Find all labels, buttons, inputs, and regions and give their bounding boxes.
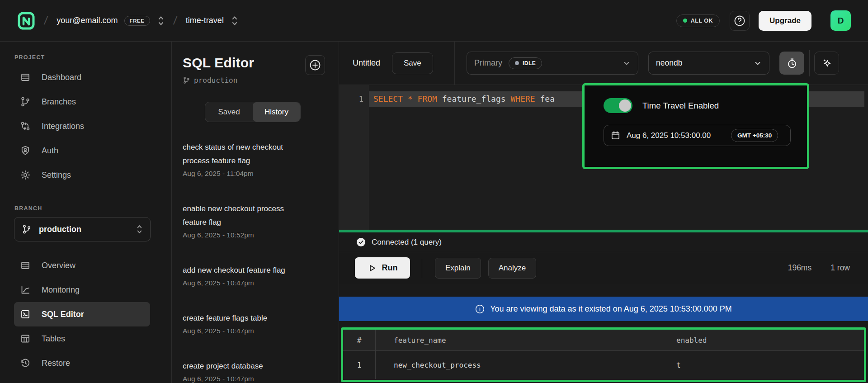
connection-status-bar: Connected (1 query): [339, 232, 868, 252]
compute-select[interactable]: Primary IDLE: [467, 52, 638, 75]
help-button[interactable]: [730, 11, 750, 31]
project-section-label: PROJECT: [0, 54, 171, 61]
timezone-badge[interactable]: GMT +05:30: [731, 129, 778, 142]
sidebar-item-label: Settings: [42, 170, 71, 180]
status-dot-icon: [683, 19, 687, 23]
time-travel-toggle-label: Time Travel Enabled: [642, 101, 719, 111]
info-icon: [475, 304, 485, 314]
column-header-feature-name: feature_name: [376, 336, 676, 345]
run-button-label: Run: [382, 263, 398, 273]
database-select[interactable]: neondb: [648, 52, 769, 75]
chevron-down-icon: [754, 59, 762, 67]
history-item-title: add new checkout feature flag: [183, 264, 302, 277]
compute-status-badge: IDLE: [509, 57, 542, 69]
time-travel-banner: You are viewing data as it existed on Au…: [339, 297, 868, 321]
sidebar-item-auth[interactable]: Auth: [0, 138, 171, 163]
history-item-title: create project database: [183, 359, 302, 373]
calendar-icon: [610, 130, 621, 141]
account-breadcrumb[interactable]: your@email.com: [57, 16, 118, 25]
top-bar: / your@email.com FREE / time-travel ALL …: [0, 0, 868, 42]
time-travel-popup: Time Travel Enabled Aug 6, 2025 10:53:00…: [582, 83, 809, 169]
history-item[interactable]: enable new checkout process feature flag…: [183, 202, 328, 241]
sql-identifier: feature_flags: [442, 94, 511, 104]
sidebar-item-label: Overview: [42, 261, 75, 270]
gear-icon: [20, 170, 31, 180]
cell-feature-name: new_checkout_process: [376, 361, 676, 369]
cell-row-index: 1: [343, 351, 376, 379]
sidebar-item-dashboard[interactable]: Dashboard: [0, 65, 171, 90]
plus-circle-icon: [309, 59, 321, 71]
history-item-title: enable new checkout process feature flag: [183, 202, 302, 229]
ai-assist-button[interactable]: [814, 52, 839, 75]
time-travel-button[interactable]: [779, 52, 804, 75]
chevron-down-icon: [623, 59, 631, 67]
sidebar-item-monitoring[interactable]: Monitoring: [0, 278, 171, 302]
run-button[interactable]: Run: [355, 257, 410, 279]
breadcrumb-slash-icon: /: [172, 14, 178, 28]
tab-saved[interactable]: Saved: [205, 102, 253, 122]
time-travel-toggle[interactable]: [604, 98, 632, 113]
time-travel-datetime-input[interactable]: Aug 6, 2025 10:53:00.00 GMT +05:30: [604, 125, 791, 146]
project-switcher-chevrons-icon[interactable]: [231, 15, 238, 27]
plan-badge: FREE: [124, 16, 150, 26]
results-table-header: # feature_name enabled: [343, 330, 864, 351]
tab-history[interactable]: History: [253, 102, 300, 122]
tables-icon: [20, 333, 31, 344]
datetime-value: Aug 6, 2025 10:53:00.00: [627, 131, 725, 140]
results-table: # feature_name enabled 1 new_checkout_pr…: [341, 327, 866, 382]
saved-history-tabs: Saved History: [205, 102, 301, 122]
explain-button[interactable]: Explain: [435, 258, 481, 279]
sql-identifier: fea: [540, 94, 555, 104]
history-item[interactable]: add new checkout feature flag Aug 6, 202…: [183, 264, 328, 289]
sidebar-item-sql-editor[interactable]: SQL Editor: [14, 302, 150, 326]
sidebar-item-label: Integrations: [42, 122, 84, 131]
sidebar-item-label: SQL Editor: [42, 310, 84, 319]
sql-keyword: SELECT: [373, 94, 408, 104]
toolbar-divider: [809, 50, 810, 76]
history-list: check status of new checkout process fea…: [183, 141, 328, 383]
account-switcher-chevrons-icon[interactable]: [157, 15, 165, 27]
editor-gutter: [339, 85, 369, 230]
status-text: ALL OK: [691, 18, 713, 24]
stopwatch-icon: [786, 57, 798, 69]
row-count: 1 row: [830, 263, 850, 273]
restore-history-icon: [20, 358, 31, 369]
sidebar-item-overview[interactable]: Overview: [0, 253, 171, 278]
actions-divider: [422, 259, 422, 278]
sidebar-item-label: Restore: [42, 359, 70, 368]
sidebar-item-restore[interactable]: Restore: [0, 351, 171, 375]
branch-icon: [22, 224, 32, 234]
dashboard-icon: [20, 72, 31, 83]
query-tab-title[interactable]: Untitled: [353, 58, 380, 68]
sidebar-item-tables[interactable]: Tables: [0, 326, 171, 351]
history-item-date: Aug 6, 2025 - 10:52pm: [183, 229, 328, 241]
neon-logo-icon[interactable]: [17, 11, 35, 30]
project-breadcrumb[interactable]: time-travel: [186, 16, 224, 25]
sidebar-item-branches[interactable]: Branches: [0, 90, 171, 114]
avatar[interactable]: D: [830, 10, 851, 31]
column-header-index: #: [343, 330, 376, 350]
sql-keyword: WHERE: [510, 94, 540, 104]
history-item[interactable]: create project database Aug 6, 2025 - 10…: [183, 359, 328, 383]
banner-text: You are viewing data as it existed on Au…: [490, 304, 732, 314]
status-badge[interactable]: ALL OK: [676, 14, 720, 27]
branch-selector[interactable]: production: [14, 217, 151, 241]
query-actions-bar: Run Explain Analyze 196ms 1 row: [339, 252, 868, 284]
column-header-enabled: enabled: [676, 336, 864, 345]
breadcrumb-slash-icon: /: [43, 14, 49, 28]
sidebar-item-label: Tables: [42, 334, 65, 344]
branch-icon: [183, 76, 190, 84]
check-circle-icon: [356, 237, 366, 247]
save-button[interactable]: Save: [392, 52, 433, 74]
history-item-date: Aug 6, 2025 - 10:47pm: [183, 325, 328, 337]
sidebar-item-integrations[interactable]: Integrations: [0, 114, 171, 138]
history-item-date: Aug 6, 2025 - 10:47pm: [183, 373, 328, 383]
history-item[interactable]: check status of new checkout process fea…: [183, 141, 328, 180]
new-query-button[interactable]: [305, 55, 325, 75]
history-item[interactable]: create feature flags table Aug 6, 2025 -…: [183, 312, 328, 337]
integrations-icon: [20, 121, 31, 132]
sidebar-item-settings[interactable]: Settings: [0, 163, 171, 187]
analyze-button[interactable]: Analyze: [488, 258, 536, 279]
idle-dot-icon: [515, 61, 519, 65]
upgrade-button[interactable]: Upgrade: [759, 11, 811, 31]
